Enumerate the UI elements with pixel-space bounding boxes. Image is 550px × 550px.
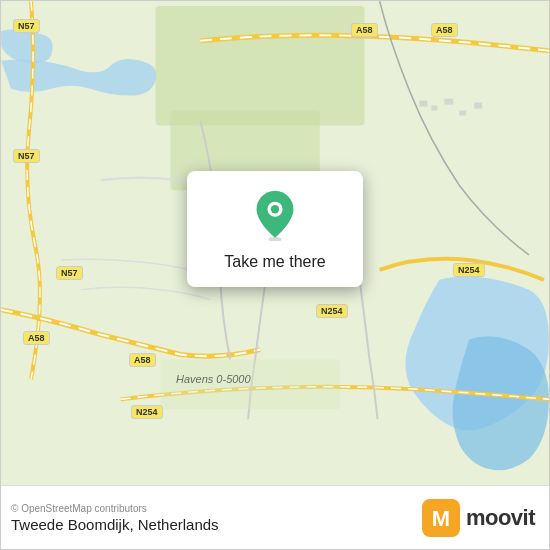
road-badge-n254-3: N254 [131, 405, 163, 419]
svg-rect-1 [155, 6, 364, 126]
svg-rect-7 [474, 103, 482, 109]
moovit-wordmark: moovit [466, 505, 535, 531]
road-badge-a58-1: A58 [351, 23, 378, 37]
road-badge-a58-4: A58 [129, 353, 156, 367]
popup-card: Take me there [187, 171, 363, 287]
footer: © OpenStreetMap contributors Tweede Boom… [1, 485, 549, 549]
location-name: Tweede Boomdijk, Netherlands [11, 516, 219, 533]
road-badge-n57-1: N57 [13, 19, 40, 33]
svg-rect-3 [419, 101, 427, 107]
map-container: N57 N57 N57 A58 A58 A58 A58 N254 N254 N2… [1, 1, 549, 485]
road-badge-n254-1: N254 [316, 304, 348, 318]
svg-rect-6 [459, 111, 466, 116]
svg-rect-4 [431, 106, 437, 111]
svg-text:M: M [432, 506, 450, 531]
road-badge-n57-3: N57 [56, 266, 83, 280]
area-label: Havens 0-5000 [176, 373, 251, 385]
road-badge-n254-2: N254 [453, 263, 485, 277]
app-container: N57 N57 N57 A58 A58 A58 A58 N254 N254 N2… [0, 0, 550, 550]
moovit-logo: M moovit [422, 499, 535, 537]
road-badge-a58-2: A58 [431, 23, 458, 37]
footer-left: © OpenStreetMap contributors Tweede Boom… [11, 503, 219, 533]
svg-point-11 [271, 205, 279, 213]
road-badge-a58-3: A58 [23, 331, 50, 345]
copyright-text: © OpenStreetMap contributors [11, 503, 219, 514]
svg-rect-5 [444, 99, 453, 105]
take-me-there-button[interactable]: Take me there [224, 251, 325, 273]
location-pin-icon [249, 189, 301, 241]
moovit-icon: M [422, 499, 460, 537]
road-badge-n57-2: N57 [13, 149, 40, 163]
